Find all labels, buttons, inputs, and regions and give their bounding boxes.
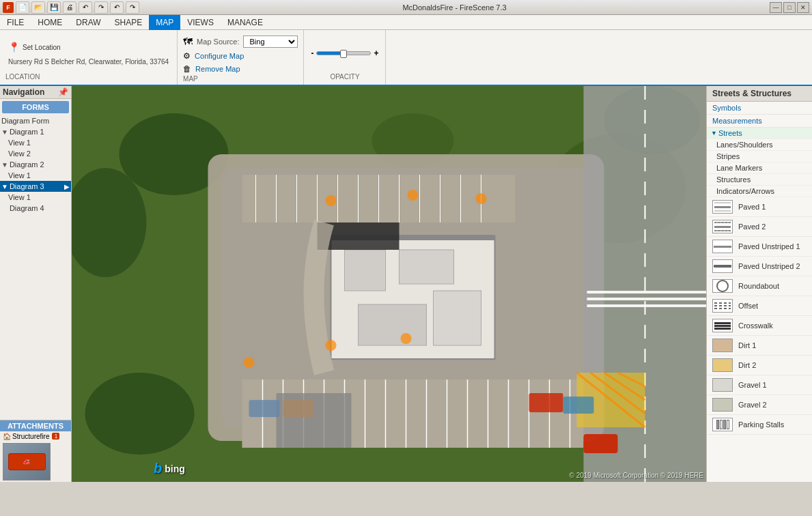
print-icon[interactable]: 🖨 [63,1,76,14]
tree-diagram3[interactable]: ▼ Diagram 3 ▶ [0,181,71,192]
map-svg [72,86,706,482]
right-panel-header: Streets & Structures [707,86,812,102]
new-icon[interactable]: 📄 [16,1,29,14]
stripes-subcat[interactable]: Stripes [707,151,812,162]
forms-button[interactable]: FORMS [2,101,69,113]
svg-rect-12 [359,304,427,345]
map-area[interactable]: b bing © 2019 Microsoft Corporation © 20… [72,86,706,482]
lane-markers-subcat[interactable]: Lane Markers [707,162,812,174]
bing-logo: b bing [154,461,185,476]
right-category-symbols[interactable]: Symbols [707,102,812,115]
attachment-thumbnail[interactable]: 🚒 [3,443,51,481]
item-parking-stalls[interactable]: Parking Stalls [707,415,812,435]
paved1-icon [712,200,733,214]
nav-tree: Diagram Form ▼ Diagram 1 View 1 View 2 ▼… [0,115,71,417]
svg-rect-13 [434,291,481,345]
remove-map-button[interactable]: Remove Map [195,65,240,73]
opacity-handle[interactable] [340,50,347,58]
tree-view1-1[interactable]: View 1 [0,137,71,148]
configure-map-row: ⚙ Configure Map [183,51,244,61]
close-button[interactable]: ✕ [797,2,809,13]
parking-stalls-label: Parking Stalls [738,420,784,429]
redo-icon[interactable]: ↷ [94,1,108,14]
crosswalk-label: Crosswalk [738,321,773,330]
right-category-measurements[interactable]: Measurements [707,115,812,128]
item-offset[interactable]: Offset [707,296,812,316]
svg-rect-66 [249,400,280,417]
menu-home[interactable]: HOME [31,15,69,30]
map-group-title: MAP [183,75,198,84]
item-gravel1[interactable]: Gravel 1 [707,375,812,395]
window-title: McDonaldsFire - FireScene 7.3 [139,3,770,12]
menu-draw[interactable]: DRAW [69,15,107,30]
streets-expand-icon: ▼ [711,130,717,137]
svg-rect-10 [345,250,386,291]
svg-point-65 [476,193,487,204]
diagram-form-item[interactable]: Diagram Form [0,115,71,126]
roundabout-icon [712,279,733,293]
svg-point-60 [244,357,255,368]
title-bar-left: F 📄 📂 💾 🖨 ↶ ↷ ↶ ↷ [3,1,139,14]
menu-shape[interactable]: SHAPE [108,15,150,30]
crosswalk-icon-display [712,319,733,332]
svg-rect-52 [587,304,707,307]
menu-file[interactable]: FILE [0,15,31,30]
undo-icon[interactable]: ↶ [79,1,92,14]
structures-subcat[interactable]: Structures [707,174,812,186]
map-source-select[interactable]: Bing None [243,35,298,48]
paved-unstriped1-icon [712,240,733,253]
gravel1-label: Gravel 1 [738,381,767,389]
maximize-button[interactable]: □ [783,2,796,13]
item-paved1[interactable]: Paved 1 [707,197,812,217]
paved-unstriped2-label: Paved Unstriped 2 [738,262,800,270]
item-gravel2[interactable]: Gravel 2 [707,395,812,415]
right-panel: Streets & Structures Symbols Measurement… [706,86,812,482]
svg-rect-59 [584,434,618,453]
svg-rect-11 [400,250,454,284]
item-paved-unstriped2[interactable]: Paved Unstriped 2 [707,257,812,276]
item-roundabout[interactable]: Roundabout [707,276,812,296]
menu-map[interactable]: MAP [149,15,180,30]
indicators-subcat[interactable]: Indicators/Arrows [707,186,812,197]
attachment-item[interactable]: 🏠 Structurefire 1 [0,431,71,442]
opacity-minus[interactable]: - [311,48,313,58]
configure-map-button[interactable]: Configure Map [195,52,244,60]
lanes-subcat[interactable]: Lanes/Shoulders [707,139,812,151]
nav-pin-icon[interactable]: 📌 [58,87,68,97]
nav-header: Navigation 📌 [0,86,71,99]
redo2-icon[interactable]: ↷ [126,1,139,14]
open-icon[interactable]: 📂 [31,1,45,14]
item-paved-unstriped1[interactable]: Paved Unstriped 1 [707,237,812,257]
item-crosswalk[interactable]: Crosswalk [707,316,812,336]
svg-rect-68 [529,393,563,412]
map-source-row: 🗺 Map Source: Bing None [183,35,298,48]
minimize-button[interactable]: — [770,2,782,13]
main-layout: Navigation 📌 FORMS Diagram Form ▼ Diagra… [0,86,812,482]
tree-diagram4[interactable]: ▼ Diagram 4 [0,203,71,214]
tree-diagram2[interactable]: ▼ Diagram 2 [0,159,71,170]
dirt1-label: Dirt 1 [738,341,756,349]
nav-title: Navigation [3,87,44,97]
tree-diagram1[interactable]: ▼ Diagram 1 [0,126,71,137]
item-dirt2[interactable]: Dirt 2 [707,356,812,375]
opacity-plus[interactable]: + [374,48,378,58]
tree-view3-1[interactable]: View 1 [0,192,71,203]
offset-label: Offset [738,302,758,310]
ribbon-map-group: 🗺 Map Source: Bing None ⚙ Configure Map … [178,30,304,85]
streets-group-header[interactable]: ▼ Streets [707,128,812,139]
paved2-icon [712,220,733,233]
menu-views[interactable]: VIEWS [180,15,221,30]
opacity-slider[interactable] [316,51,371,55]
save-icon[interactable]: 💾 [47,1,61,14]
undo2-icon[interactable]: ↶ [110,1,124,14]
set-location-button[interactable]: 📍 Set Location [5,39,64,55]
tree-view2-1[interactable]: View 1 [0,170,71,181]
menu-manage[interactable]: MANAGE [221,15,270,30]
nav-panel: Navigation 📌 FORMS Diagram Form ▼ Diagra… [0,86,72,482]
paved2-label: Paved 2 [738,223,766,231]
tree-view1-2[interactable]: View 2 [0,148,71,159]
attachments-section: ATTACHMENTS 🏠 Structurefire 1 🚒 [0,420,71,482]
item-dirt1[interactable]: Dirt 1 [707,336,812,356]
item-paved2[interactable]: Paved 2 [707,217,812,237]
offset-icon [712,299,733,313]
